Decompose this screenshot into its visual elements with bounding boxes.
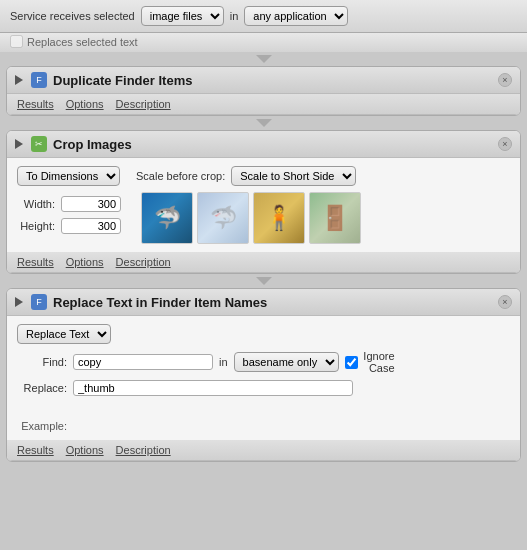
replace-mode-row: Replace Text — [17, 324, 510, 344]
ignore-case-checkbox[interactable] — [345, 356, 358, 369]
tab-results-3[interactable]: Results — [17, 443, 54, 457]
find-label: Find: — [17, 356, 67, 368]
duplicate-tabs: Results Options Description — [7, 94, 520, 115]
example-row: Example: — [17, 416, 510, 432]
height-row: Height: — [17, 218, 121, 234]
width-row: Width: — [17, 196, 121, 212]
spacer — [17, 402, 510, 410]
replace-close-btn[interactable]: × — [498, 295, 512, 309]
crop-header: ✂ Crop Images × — [7, 131, 520, 158]
height-label: Height: — [17, 220, 55, 232]
service-receives-label: Service receives selected — [10, 10, 135, 22]
connector-3 — [0, 274, 527, 288]
in-label-replace: in — [219, 356, 228, 368]
finder-icon-1: F — [31, 72, 47, 88]
in-label: in — [230, 10, 239, 22]
crop-body: To Dimensions Scale before crop: Scale t… — [7, 158, 520, 252]
height-input[interactable] — [61, 218, 121, 234]
ignore-case-label-row: Ignore Case — [345, 350, 395, 374]
collapse-triangle-3[interactable] — [15, 297, 23, 307]
replace-tabs: Results Options Description — [7, 440, 520, 461]
tab-description-2[interactable]: Description — [116, 255, 171, 269]
replace-title: Replace Text in Finder Item Names — [53, 295, 512, 310]
replace-mode-select[interactable]: Replace Text — [17, 324, 111, 344]
crop-tabs: Results Options Description — [7, 252, 520, 273]
ignore-case-label: Ignore Case — [361, 350, 395, 374]
find-input[interactable] — [73, 354, 213, 370]
connector-1 — [0, 52, 527, 66]
size-fields: Width: Height: — [17, 192, 121, 234]
file-type-select[interactable]: image files — [141, 6, 224, 26]
thumbnail-strip — [141, 192, 361, 244]
application-select[interactable]: any application — [244, 6, 348, 26]
finder-icon-3: F — [31, 294, 47, 310]
tab-description-3[interactable]: Description — [116, 443, 171, 457]
crop-icon: ✂ — [31, 136, 47, 152]
thumbnail-person — [253, 192, 305, 244]
crop-middle: Width: Height: — [17, 192, 510, 244]
collapse-triangle-2[interactable] — [15, 139, 23, 149]
find-row: Find: in basename only Ignore Case — [17, 350, 510, 374]
width-label: Width: — [17, 198, 55, 210]
top-bar: Service receives selected image files in… — [0, 0, 527, 33]
tab-results-1[interactable]: Results — [17, 97, 54, 111]
replace-text-block: F Replace Text in Finder Item Names × Re… — [6, 288, 521, 462]
scale-row: Scale before crop: Scale to Short Side — [136, 166, 356, 186]
duplicate-title: Duplicate Finder Items — [53, 73, 512, 88]
example-label: Example: — [17, 420, 67, 432]
tab-results-2[interactable]: Results — [17, 255, 54, 269]
crop-controls: To Dimensions Scale before crop: Scale t… — [17, 166, 510, 244]
tab-options-1[interactable]: Options — [66, 97, 104, 111]
crop-close-btn[interactable]: × — [498, 137, 512, 151]
thumbnail-pale-shark — [197, 192, 249, 244]
replace-text-checkbox[interactable] — [10, 35, 23, 48]
replace-text-check-row: Replaces selected text — [0, 33, 527, 52]
thumbnail-shark — [141, 192, 193, 244]
duplicate-finder-items-block: F Duplicate Finder Items × Results Optio… — [6, 66, 521, 116]
connector-2 — [0, 116, 527, 130]
replace-body: Replace Text Find: in basename only Igno… — [7, 316, 520, 440]
crop-top-row: To Dimensions Scale before crop: Scale t… — [17, 166, 510, 186]
crop-mode-dropdown: To Dimensions — [17, 166, 120, 186]
crop-images-block: ✂ Crop Images × To Dimensions Scale befo… — [6, 130, 521, 274]
scale-select[interactable]: Scale to Short Side — [231, 166, 356, 186]
collapse-triangle-1[interactable] — [15, 75, 23, 85]
scale-before-crop-label: Scale before crop: — [136, 170, 225, 182]
duplicate-header: F Duplicate Finder Items × — [7, 67, 520, 94]
replace-text-label: Replaces selected text — [27, 36, 138, 48]
replace-input[interactable] — [73, 380, 353, 396]
tab-description-1[interactable]: Description — [116, 97, 171, 111]
tab-options-2[interactable]: Options — [66, 255, 104, 269]
width-input[interactable] — [61, 196, 121, 212]
crop-mode-select[interactable]: To Dimensions — [17, 166, 120, 186]
scope-select[interactable]: basename only — [234, 352, 339, 372]
tab-options-3[interactable]: Options — [66, 443, 104, 457]
main-wrapper: Service receives selected image files in… — [0, 0, 527, 468]
crop-title: Crop Images — [53, 137, 512, 152]
thumbnail-door — [309, 192, 361, 244]
duplicate-close-btn[interactable]: × — [498, 73, 512, 87]
replace-header: F Replace Text in Finder Item Names × — [7, 289, 520, 316]
replace-value-row: Replace: — [17, 380, 510, 396]
replace-label: Replace: — [17, 382, 67, 394]
